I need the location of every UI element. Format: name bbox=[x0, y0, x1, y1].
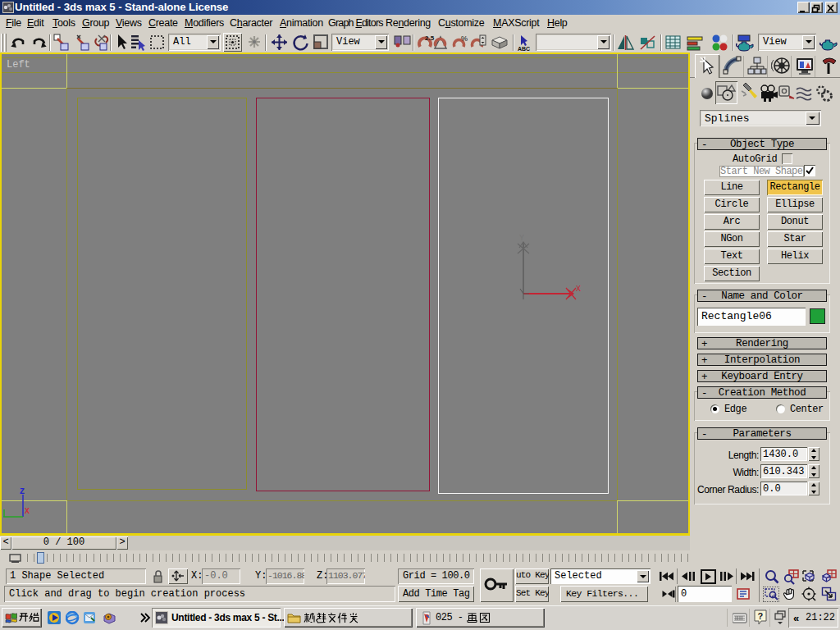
svg-text:X: X bbox=[25, 507, 30, 516]
svg-text:ABC: ABC bbox=[518, 46, 530, 52]
svg-text:?: ? bbox=[758, 611, 764, 621]
svg-text:Z: Z bbox=[20, 487, 25, 496]
svg-text:%: % bbox=[461, 34, 468, 43]
svg-text:X: X bbox=[576, 285, 581, 294]
svg-text:Y: Y bbox=[519, 234, 524, 243]
